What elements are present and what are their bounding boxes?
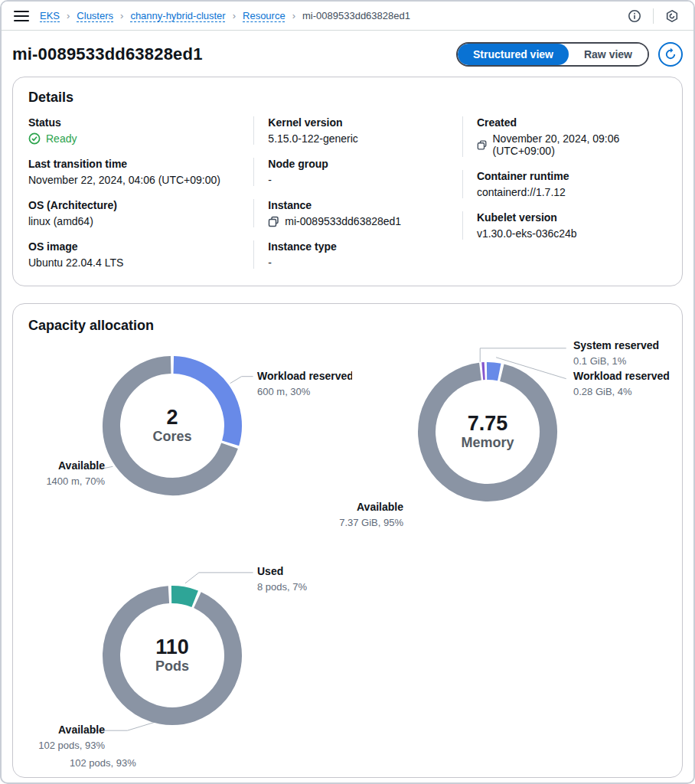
details-title: Details [28, 90, 667, 106]
cores-donut[interactable] [96, 349, 249, 502]
check-circle-icon [28, 132, 41, 145]
field-instance-type: Instance type - [253, 240, 462, 269]
top-navigation-bar: EKS › Clusters › channy-hybrid-cluster ›… [2, 2, 693, 31]
field-last-transition-time: Last transition time November 22, 2024, … [28, 158, 253, 186]
page-header: mi-0089533dd63828ed1 Structured view Raw… [2, 31, 693, 77]
breadcrumb-link-resource[interactable]: Resource [243, 10, 286, 21]
chevron-right-icon: › [120, 10, 123, 21]
pods-used-callout: Used 8 pods, 7% [257, 565, 307, 593]
capacity-charts: 2 Cores Workload reserved 600 m, 30% Ava… [13, 304, 682, 777]
chevron-right-icon: › [233, 10, 236, 21]
breadcrumb-link-cluster-name[interactable]: channy-hybrid-cluster [130, 10, 225, 21]
refresh-icon [664, 47, 677, 61]
field-container-runtime: Container runtime containerd://1.7.12 [462, 170, 667, 198]
chevron-right-icon: › [67, 10, 70, 21]
info-icon[interactable] [625, 7, 644, 25]
pods-available-extra-label: 102 pods, 93% [70, 757, 136, 769]
divider [653, 8, 654, 24]
view-toggle: Structured view Raw view [456, 42, 649, 67]
page-title: mi-0089533dd63828ed1 [12, 44, 203, 64]
field-os-image: OS image Ubuntu 22.04.4 LTS [28, 240, 253, 269]
field-node-group: Node group - [253, 158, 462, 186]
field-created: Created November 20, 2024, 09:06 (UTC+09… [462, 116, 667, 157]
breadcrumb: EKS › Clusters › channy-hybrid-cluster ›… [40, 10, 615, 21]
capacity-allocation-panel: Capacity allocation 2 Cores Workloa [12, 303, 683, 778]
structured-view-button[interactable]: Structured view [458, 44, 569, 65]
field-instance: Instance mi-0089533dd63828ed1 [253, 199, 462, 227]
status-badge: Ready [28, 132, 253, 145]
menu-icon[interactable] [14, 11, 29, 21]
details-grid: Status Ready Last transition time Novemb… [28, 116, 667, 269]
copy-icon[interactable] [477, 139, 488, 151]
details-column-1: Status Ready Last transition time Novemb… [28, 116, 253, 269]
field-os-architecture: OS (Architecture) linux (amd64) [28, 199, 253, 227]
hexagon-icon[interactable] [663, 7, 681, 25]
pods-donut-chart: 110 Pods [96, 579, 249, 732]
copy-icon[interactable] [268, 216, 279, 227]
cores-workload-callout: Workload reserved 600 m, 30% [257, 370, 352, 398]
breadcrumb-current: mi-0089533dd63828ed1 [302, 10, 410, 21]
memory-donut-chart: 7.75 Memory [411, 355, 564, 508]
details-column-3: Created November 20, 2024, 09:06 (UTC+09… [462, 116, 667, 269]
pods-available-callout: Available 102 pods, 93% [13, 724, 105, 752]
cores-available-callout: Available 1400 m, 70% [13, 459, 105, 488]
breadcrumb-link-clusters[interactable]: Clusters [77, 10, 113, 21]
breadcrumb-link-eks[interactable]: EKS [40, 10, 60, 21]
cores-donut-chart: 2 Cores [96, 349, 249, 502]
details-panel: Details Status Ready Last transition tim… [12, 77, 683, 286]
memory-system-callout: System reserved 0.1 GiB, 1% [573, 339, 659, 368]
field-kubelet-version: Kubelet version v1.30.0-eks-036c24b [462, 211, 667, 240]
refresh-button[interactable] [658, 42, 683, 67]
chevron-right-icon: › [292, 10, 295, 21]
pods-donut[interactable] [96, 579, 249, 732]
details-column-2: Kernel version 5.15.0-122-generic Node g… [253, 116, 462, 269]
memory-workload-callout: Workload reserved 0.28 GiB, 4% [573, 370, 670, 398]
field-status: Status Ready [28, 116, 253, 145]
memory-available-callout: Available 7.37 GiB, 95% [312, 501, 403, 529]
browser-window: EKS › Clusters › channy-hybrid-cluster ›… [0, 0, 695, 784]
raw-view-button[interactable]: Raw view [569, 44, 648, 65]
field-kernel-version: Kernel version 5.15.0-122-generic [253, 116, 462, 145]
topbar-actions [625, 7, 681, 25]
memory-donut[interactable] [411, 355, 564, 508]
